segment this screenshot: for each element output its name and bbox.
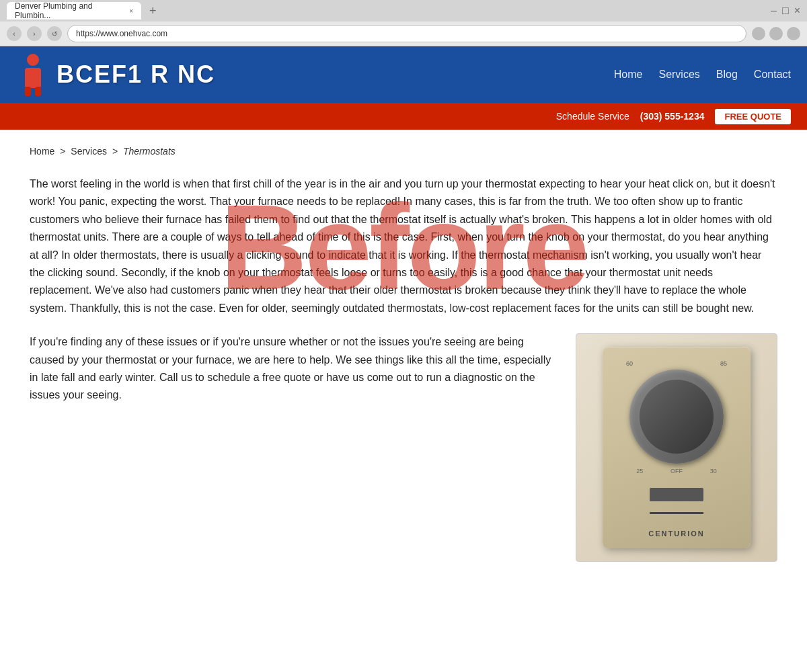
free-quote-button[interactable]: FREE QUOTE [715,109,791,124]
browser-tab[interactable]: Denver Plumbing and Plumbin... × [7,2,141,19]
site-logo: BCEF1 R NC [16,54,215,95]
nav-contact[interactable]: Contact [754,69,791,81]
logo-figure-svg [18,53,48,96]
dial-label-85: 85 [720,360,727,367]
svg-rect-3 [35,87,41,96]
header-phone: (303) 555-1234 [640,111,705,122]
thermostat-dial-outer [629,370,724,464]
nav-services[interactable]: Services [658,69,699,81]
logo-icon [16,54,50,95]
maximize-button[interactable]: □ [782,5,789,17]
header-cta-text: Schedule Service [556,111,629,122]
nav-home[interactable]: Home [614,69,643,81]
minimize-button[interactable]: – [771,5,777,17]
breadcrumb: Home > Services > Thermostats [30,140,777,162]
breadcrumb-services[interactable]: Services [71,146,107,157]
svg-point-0 [27,54,39,66]
profile-icon[interactable] [769,27,783,40]
browser-controls: ‹ › ↺ [0,22,807,46]
thermostat-line [650,512,703,514]
tab-title: Denver Plumbing and Plumbin... [15,1,125,20]
site-header-bar: Schedule Service (303) 555-1234 FREE QUO… [0,103,807,130]
main-paragraph-1: The worst feeling in the world is when t… [30,175,777,317]
thermostat-body: 60 85 25 OFF 30 CENTURION [603,347,751,548]
breadcrumb-sep1: > [60,146,65,157]
main-paragraph-2: If you're finding any of these issues or… [30,333,555,405]
breadcrumb-current: Thermostats [123,146,176,157]
watermark-container: The worst feeling in the world is when t… [30,175,777,317]
breadcrumb-sep2: > [112,146,118,157]
page-content: Home > Services > Thermostats The worst … [0,130,807,589]
thermostat-brand: CENTURION [648,530,704,538]
extension-icon[interactable] [752,27,765,40]
site-header-top: BCEF1 R NC Home Services Blog Contact [0,46,807,103]
scale-30: 30 [710,468,717,474]
site-navigation: Home Services Blog Contact [614,69,791,81]
browser-actions [752,27,800,40]
browser-chrome: Denver Plumbing and Plumbin... × + – □ ×… [0,0,807,46]
svg-rect-1 [25,68,41,88]
thermostat-dial-inner [640,380,714,454]
thermostat-vent [650,488,703,501]
thermostat-scale: 25 OFF 30 [623,468,730,474]
logo-text: BCEF1 R NC [56,60,215,89]
scale-off: OFF [670,468,683,474]
site-header: BCEF1 R NC Home Services Blog Contact Sc… [0,46,807,130]
scale-25: 25 [636,468,643,474]
close-window-button[interactable]: × [794,5,800,17]
content-with-image: If you're finding any of these issues or… [30,333,777,562]
thermostat-image: 60 85 25 OFF 30 CENTURION [576,333,777,562]
address-bar[interactable] [67,25,746,42]
nav-blog[interactable]: Blog [716,69,738,81]
refresh-button[interactable]: ↺ [47,26,62,41]
new-tab-button[interactable]: + [149,4,157,18]
menu-icon[interactable] [787,27,800,40]
forward-button[interactable]: › [27,26,42,41]
browser-titlebar: Denver Plumbing and Plumbin... × + – □ × [0,0,807,22]
svg-rect-2 [25,87,31,96]
back-button[interactable]: ‹ [7,26,22,41]
breadcrumb-home[interactable]: Home [30,146,54,157]
dial-label-60: 60 [626,360,633,367]
tab-close-button[interactable]: × [129,7,133,15]
